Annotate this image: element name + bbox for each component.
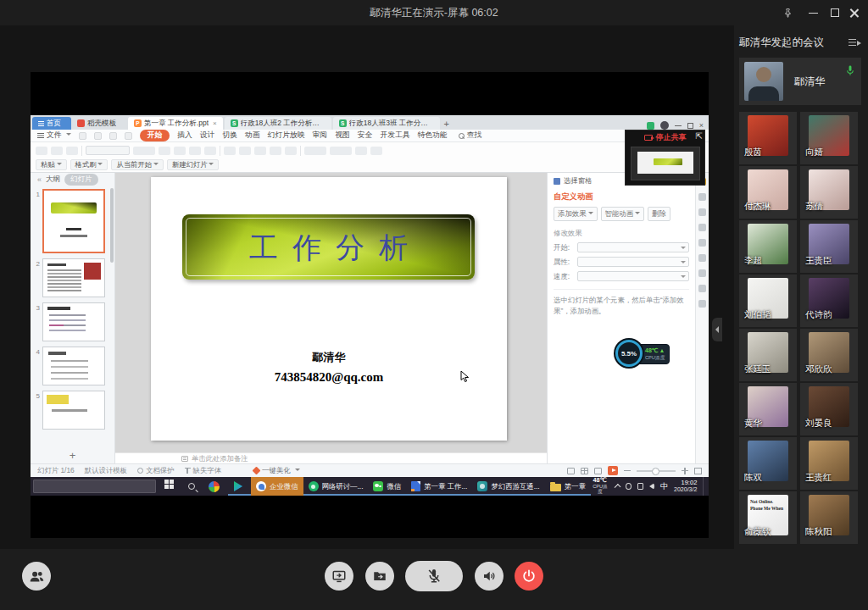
close-button[interactable] [846,5,861,20]
stop-share-button[interactable]: 停止共享 [626,130,704,145]
delete-effect-button[interactable]: 删除 [648,207,670,221]
participant-tile[interactable]: 李超 [739,220,797,273]
ribbon-button[interactable]: 粘贴 [36,159,67,170]
document-protect[interactable]: 文档保护 [137,466,175,475]
redo-icon[interactable] [125,132,132,140]
ribbon-icon[interactable] [355,147,367,155]
maximize-button[interactable] [827,5,843,20]
participant-tile[interactable]: 张廷玉 [739,329,797,381]
undo-icon[interactable] [109,132,117,140]
ribbon-icon[interactable] [285,147,297,155]
slide-thumbnail[interactable]: 5 [31,388,114,432]
pane-icon[interactable] [698,254,706,262]
participant-tile[interactable]: 殷茵 [739,112,797,164]
taskbar-app[interactable]: 微信 [368,477,406,496]
participant-tile[interactable]: 陈双 [739,437,797,490]
wps-menu-item[interactable]: 审阅 [313,130,328,141]
zoom-slider[interactable] [637,470,676,472]
taskbar-app[interactable]: 网络研讨—... [303,477,369,496]
taskbar-app[interactable]: 企业微信 [251,477,303,496]
pane-icon[interactable] [698,269,706,277]
field-dropdown[interactable] [577,271,689,281]
ribbon-icon[interactable] [270,147,281,155]
slide[interactable]: 工作分析 鄢清华 743854820@qq.com [151,177,507,441]
ribbon-icon[interactable] [159,147,170,155]
wps-document-tab[interactable]: 首页 [32,117,71,130]
layout-menu-icon[interactable] [849,38,861,47]
taskbar-app[interactable]: 第一章 工作... [406,477,472,496]
wps-menu-item[interactable]: 安全 [358,130,373,141]
participant-tile[interactable]: 刘晏良 [800,383,858,435]
add-slide-button[interactable]: + [31,449,114,462]
wps-menu-item[interactable]: 切换 [222,130,237,141]
ribbon-icon[interactable] [254,147,266,155]
speaker-button[interactable] [475,562,504,591]
taskbar-app[interactable] [228,477,251,496]
cpu-monitor-widget[interactable]: 48℃ CPU温度 5.5% [615,340,670,369]
participant-tile[interactable]: 苏倩 [800,166,858,219]
tab-close-icon[interactable]: × [213,119,217,127]
taskbar-search-box[interactable] [33,480,156,493]
add-effect-button[interactable]: 添加效果 [554,207,598,221]
show-desktop-button[interactable] [703,477,705,496]
new-tab-button[interactable]: + [440,117,453,130]
volume-icon[interactable] [649,483,654,490]
taskbar-app[interactable]: 第一章 [545,477,591,496]
ribbon-icon[interactable] [51,147,63,155]
wps-menu-item[interactable]: 开始 [140,130,170,141]
participant-tile[interactable]: Not Online. Phone Me When 俞薇钦 [739,491,797,544]
wps-menu-item[interactable]: 动画 [245,130,260,141]
upload-icon[interactable] [647,122,654,130]
pane-icon[interactable] [698,239,706,247]
fit-window-icon[interactable] [694,468,702,474]
ribbon-icon[interactable] [224,147,236,155]
smart-animation-button[interactable]: 智能动画 [601,207,645,221]
template-name[interactable]: 默认设计模板 [85,466,127,475]
sidebar-collapse-handle[interactable] [712,318,722,341]
wps-menu-item[interactable]: 特色功能 [418,130,448,141]
ribbon-icon[interactable] [370,147,382,155]
collapse-pane-icon[interactable]: « [37,175,42,184]
ribbon-button[interactable]: 新建幻灯片 [167,159,219,170]
pin-icon[interactable] [780,5,795,20]
participant-tile[interactable]: 黄华 [739,383,797,435]
wps-menu-item[interactable]: 开发工具 [380,130,409,141]
ribbon-icon[interactable] [36,147,47,155]
slide-thumbnail[interactable]: 4 [31,344,114,388]
ribbon-icon[interactable] [204,147,216,155]
ribbon-icon[interactable] [66,147,78,155]
participants-button[interactable] [22,562,51,591]
ribbon-button[interactable]: 格式刷 [70,159,108,170]
microphone-muted-button[interactable] [405,561,463,591]
wps-menu-item[interactable]: 幻灯片放映 [268,130,305,141]
notes-bar[interactable]: 单击此处添加备注 [115,452,547,463]
participant-tile[interactable]: 付杰琳 [739,166,797,219]
file-menu[interactable]: 文件 [37,130,71,141]
host-tile[interactable]: 鄢清华 [739,58,861,105]
share-preview-thumbnail[interactable] [631,147,700,180]
pane-icon[interactable] [698,224,706,231]
wps-document-tab[interactable]: S 行政18人班3班 工作分析.xlsx [333,117,440,130]
ribbon-icon[interactable] [239,147,251,155]
slideshow-play-button[interactable] [608,466,618,475]
field-dropdown[interactable] [577,242,689,252]
ribbon-icon[interactable] [174,147,186,155]
thumbnail-scrollbar[interactable] [110,188,114,263]
participant-tile[interactable]: 王贵红 [800,437,858,490]
end-meeting-button[interactable] [515,562,543,591]
share-file-button[interactable] [365,562,394,591]
find-button[interactable]: 查找 [459,130,482,141]
wps-menu-item[interactable]: 视图 [335,130,350,141]
participant-tile[interactable]: 陈秋阳 [800,491,858,544]
print-icon[interactable] [94,132,102,140]
slide-thumbnail[interactable]: 3 [31,300,114,344]
ribbon-button[interactable]: 从当前开始 [111,159,163,170]
wps-menu-item[interactable]: 设计 [200,130,215,141]
wps-maximize-icon[interactable] [687,123,693,129]
taskbar-app[interactable] [183,477,203,496]
tray-cpu-temp[interactable]: 48℃ CPU温度 [591,477,609,496]
wps-document-tab[interactable]: P 第一章 工作分析.ppt × [128,117,223,130]
ribbon-icon[interactable] [304,147,326,155]
tray-icon[interactable] [626,483,632,490]
save-icon[interactable] [79,132,86,140]
